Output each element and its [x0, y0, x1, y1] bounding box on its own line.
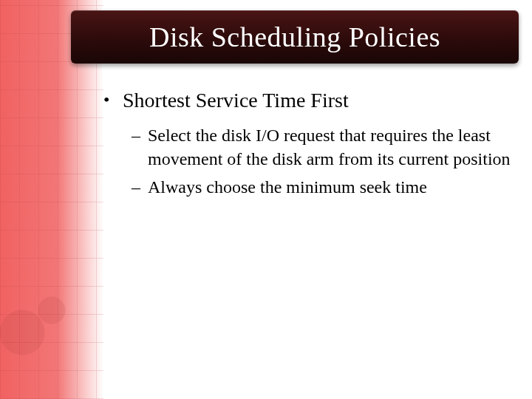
dash-marker-icon: – [132, 176, 148, 200]
sub-bullet-list: – Select the disk I/O request that requi… [132, 124, 517, 199]
dash-marker-icon: – [132, 124, 148, 148]
title-bar: Disk Scheduling Policies [71, 10, 519, 64]
sub-bullet-text: Always choose the minimum seek time [148, 176, 517, 200]
bullet-level-2: – Always choose the minimum seek time [132, 176, 517, 200]
bullet-level-2: – Select the disk I/O request that requi… [132, 124, 517, 171]
sub-bullet-text: Select the disk I/O request that require… [148, 124, 517, 171]
bullet-level-1: • Shortest Service Time First [103, 87, 517, 114]
bullet-marker-icon: • [103, 87, 123, 113]
bullet-text: Shortest Service Time First [123, 87, 349, 114]
slide-body: • Shortest Service Time First – Select t… [103, 87, 517, 203]
slide-title: Disk Scheduling Policies [149, 21, 440, 53]
